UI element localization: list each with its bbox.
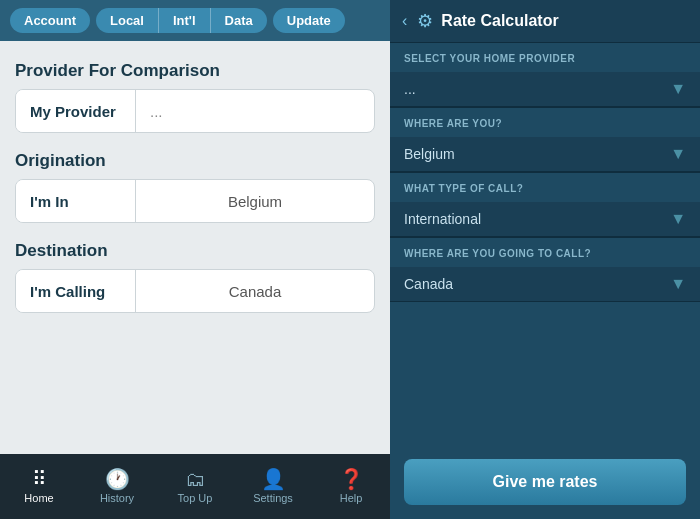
- call-type-arrow-icon: ▼: [670, 210, 686, 228]
- topup-icon: 🗂: [185, 469, 205, 489]
- where-are-you-value: Belgium: [404, 146, 455, 162]
- rc-destination-dropdown[interactable]: Canada ▼: [390, 267, 700, 302]
- call-type-label: WHAT TYPE OF CALL?: [404, 183, 686, 194]
- home-provider-value: ...: [404, 81, 416, 97]
- top-nav: Account Local Int'l Data Update: [0, 0, 390, 41]
- right-panel: ‹ ⚙ Rate Calculator SELECT YOUR HOME PRO…: [390, 0, 700, 519]
- home-label: Home: [24, 492, 53, 504]
- rc-destination-label: WHERE ARE YOU GOING TO CALL?: [404, 248, 686, 259]
- call-type-value: International: [404, 211, 481, 227]
- rc-destination-arrow-icon: ▼: [670, 275, 686, 293]
- home-provider-label: SELECT YOUR HOME PROVIDER: [404, 53, 686, 64]
- right-content: SELECT YOUR HOME PROVIDER ... ▼ WHERE AR…: [390, 43, 700, 519]
- nav-history[interactable]: 🕐 History: [78, 454, 156, 519]
- account-button[interactable]: Account: [10, 8, 90, 33]
- call-type-section: WHAT TYPE OF CALL?: [390, 173, 700, 202]
- call-type-dropdown[interactable]: International ▼: [390, 202, 700, 237]
- im-in-label: I'm In: [16, 180, 136, 222]
- history-label: History: [100, 492, 134, 504]
- home-icon: ⠿: [32, 469, 47, 489]
- bottom-nav: ⠿ Home 🕐 History 🗂 Top Up 👤 Settings ❓ H…: [0, 454, 390, 519]
- origination-heading: Origination: [15, 151, 375, 171]
- right-panel-title: Rate Calculator: [441, 12, 558, 30]
- nav-home[interactable]: ⠿ Home: [0, 454, 78, 519]
- rc-destination-value: Canada: [404, 276, 453, 292]
- settings-label: Settings: [253, 492, 293, 504]
- destination-section: Destination I'm Calling Canada: [15, 241, 375, 313]
- origination-field-row[interactable]: I'm In Belgium: [15, 179, 375, 223]
- give-rates-button[interactable]: Give me rates: [404, 459, 686, 505]
- rc-destination-section: WHERE ARE YOU GOING TO CALL?: [390, 238, 700, 267]
- data-button[interactable]: Data: [211, 8, 267, 33]
- local-button[interactable]: Local: [96, 8, 159, 33]
- help-icon: ❓: [339, 469, 364, 489]
- intl-button[interactable]: Int'l: [159, 8, 211, 33]
- provider-section: Provider For Comparison My Provider ...: [15, 61, 375, 133]
- destination-field-row[interactable]: I'm Calling Canada: [15, 269, 375, 313]
- where-are-you-label: WHERE ARE YOU?: [404, 118, 686, 129]
- nav-topup[interactable]: 🗂 Top Up: [156, 454, 234, 519]
- where-are-you-arrow-icon: ▼: [670, 145, 686, 163]
- im-in-value: Belgium: [136, 180, 374, 222]
- provider-heading: Provider For Comparison: [15, 61, 375, 81]
- destination-heading: Destination: [15, 241, 375, 261]
- nav-settings[interactable]: 👤 Settings: [234, 454, 312, 519]
- nav-help[interactable]: ❓ Help: [312, 454, 390, 519]
- home-provider-dropdown[interactable]: ... ▼: [390, 72, 700, 107]
- nav-group: Local Int'l Data: [96, 8, 267, 33]
- provider-field-row[interactable]: My Provider ...: [15, 89, 375, 133]
- left-panel: Account Local Int'l Data Update Provider…: [0, 0, 390, 519]
- help-label: Help: [340, 492, 363, 504]
- im-calling-value: Canada: [136, 270, 374, 312]
- where-are-you-section: WHERE ARE YOU?: [390, 108, 700, 137]
- history-icon: 🕐: [105, 469, 130, 489]
- origination-section: Origination I'm In Belgium: [15, 151, 375, 223]
- left-content: Provider For Comparison My Provider ... …: [0, 41, 390, 454]
- topup-label: Top Up: [178, 492, 213, 504]
- home-provider-arrow-icon: ▼: [670, 80, 686, 98]
- calculator-icon: ⚙: [417, 10, 433, 32]
- update-button[interactable]: Update: [273, 8, 345, 33]
- provider-field-value: ...: [136, 90, 374, 132]
- provider-field-label: My Provider: [16, 90, 136, 132]
- where-are-you-dropdown[interactable]: Belgium ▼: [390, 137, 700, 172]
- back-chevron-icon[interactable]: ‹: [402, 12, 407, 30]
- im-calling-label: I'm Calling: [16, 270, 136, 312]
- right-header: ‹ ⚙ Rate Calculator: [390, 0, 700, 43]
- settings-icon: 👤: [261, 469, 286, 489]
- home-provider-section: SELECT YOUR HOME PROVIDER: [390, 43, 700, 72]
